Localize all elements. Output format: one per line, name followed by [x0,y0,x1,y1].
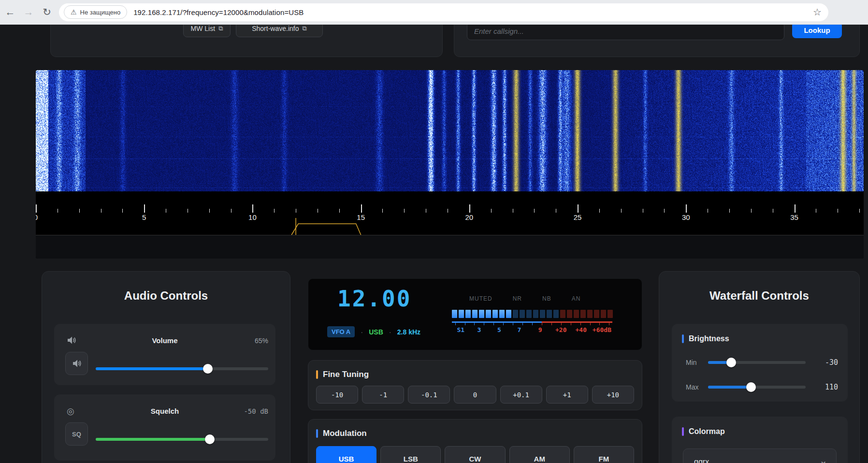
meter-segment [560,310,565,318]
meter-tick [465,323,465,325]
modulation-button-fm[interactable]: FM [574,446,634,463]
meter-segment [472,310,477,318]
squelch-slider-fill [96,438,210,441]
ruler-tick [621,209,622,213]
ruler-tick [404,209,405,213]
modulation-section: Modulation USBLSBCWAMFM [308,419,642,463]
indicator-an: AN [572,295,581,302]
modulation-button-am[interactable]: AM [509,446,570,463]
tuning-passband-indicator[interactable] [36,215,864,235]
fine-tune-button--10[interactable]: -10 [316,386,358,404]
ruler-tick [578,204,579,213]
address-bar[interactable]: ⚠ Не защищено 192.168.2.171/?frequency=1… [59,3,828,21]
fine-tuning-title: Fine Tuning [323,370,369,379]
squelch-toggle-button[interactable]: SQ [65,422,88,446]
chevron-down-icon: ⌄ [819,455,827,463]
volume-slider[interactable] [96,367,268,370]
mode-readout: USB [369,328,383,336]
meter-tick [580,323,581,325]
meter-tick [561,323,562,325]
meter-tick [542,323,542,325]
volume-slider-thumb[interactable] [203,364,213,374]
mute-button[interactable] [65,352,88,375]
site-security-chip[interactable]: ⚠ Не защищено [64,5,127,19]
brightness-min-thumb[interactable] [726,358,736,367]
ruler-tick [773,209,773,213]
ruler-tick [534,209,535,213]
meter-segment [567,310,572,318]
meter-segment [601,310,606,318]
meter-tick [493,323,494,325]
ruler-tick [209,209,210,213]
audio-controls-panel: Audio Controls Volume 65% ◎ [42,271,290,463]
waterfall-display[interactable] [36,70,864,191]
squelch-slider[interactable] [96,438,268,441]
ruler-tick [686,204,687,213]
section-accent-bar [316,370,318,379]
ruler-tick [382,209,383,213]
meter-tick [503,323,504,325]
ruler-tick [58,209,58,213]
ruler-tick [469,204,470,213]
colormap-card: Colormap gqrx ⌄ [672,417,848,463]
fine-tune-button-0[interactable]: 0 [454,386,496,404]
ruler-tick [448,209,448,213]
s-meter-label-3: 3 [477,326,481,333]
brightness-header: Brightness [682,334,729,343]
brightness-title: Brightness [689,334,729,343]
meter-segment [499,310,505,318]
bookmark-star-icon[interactable]: ☆ [813,6,822,18]
fine-tune-button--1[interactable]: -1 [362,386,404,404]
s-meter-bars [452,310,613,318]
fine-tune-button-+10[interactable]: +10 [592,386,634,404]
ruler-tick [751,209,752,213]
vfo-badge: VFO A [327,326,355,337]
meter-segment [526,310,532,318]
squelch-slider-thumb[interactable] [205,434,215,444]
fine-tune-button-+0.1[interactable]: +0.1 [500,386,542,404]
meter-tick [484,323,484,325]
fine-tune-button-+1[interactable]: +1 [546,386,588,404]
ruler-tick [795,204,796,213]
meter-segment [587,310,593,318]
waterfall-panel: 05101520253035 [36,70,864,259]
ruler-tick [188,209,188,213]
brightness-card: Brightness Min -30 Max 110 [672,324,848,402]
s-meter-label-9: 9 [538,326,542,333]
volume-slider-fill [96,367,208,370]
modulation-button-cw[interactable]: CW [445,446,505,463]
section-accent-bar [316,429,318,438]
bandplan-strip [36,235,864,259]
frequency-ruler[interactable] [36,204,864,213]
brightness-min-slider[interactable] [708,361,806,364]
speaker-icon [72,359,82,368]
ruler-tick [708,209,708,213]
meter-segment [506,310,511,318]
modulation-title: Modulation [323,429,367,438]
back-button[interactable]: ← [1,6,19,18]
dot-separator: · [389,328,391,336]
brightness-max-thumb[interactable] [746,382,756,392]
modulation-button-usb[interactable]: USB [316,446,376,463]
dot-separator: · [361,328,363,336]
meter-segment [553,310,559,318]
security-label: Не защищено [80,9,121,16]
ruler-tick [231,209,231,213]
colormap-dropdown[interactable]: gqrx ⌄ [683,449,837,463]
modulation-button-lsb[interactable]: LSB [380,446,441,463]
ruler-tick [816,209,816,213]
colormap-header: Colormap [682,427,725,436]
section-accent-bar [682,334,684,343]
meter-segment [594,310,599,318]
meter-tick [455,323,456,325]
brightness-max-slider[interactable] [708,386,806,389]
brightness-min-value: -30 [825,358,838,367]
status-indicators: MUTEDNRNBAN [469,295,580,302]
forward-button[interactable]: → [19,6,38,18]
colormap-selected-value: gqrx [694,458,709,463]
reload-button[interactable]: ↻ [38,6,56,18]
meter-tick [474,323,475,325]
fine-tune-button--0.1[interactable]: -0.1 [408,386,450,404]
shortwave-info-label: Short-wave.info [252,25,299,32]
ruler-tick [426,209,426,213]
